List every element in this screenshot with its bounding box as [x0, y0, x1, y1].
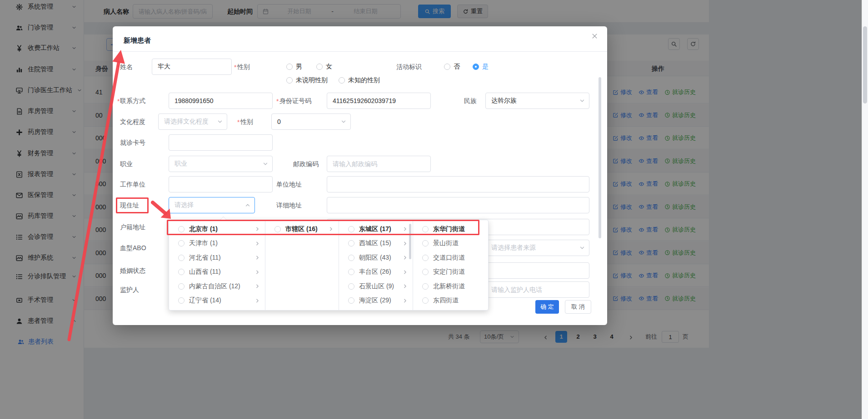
chevron-right-icon [328, 226, 334, 232]
radio-icon[interactable] [422, 297, 429, 304]
cascader-option[interactable]: 东四街道 [413, 294, 489, 308]
ethnic-select[interactable]: 达斡尔族 [485, 93, 589, 109]
scrollbar-thumb[interactable] [863, 26, 867, 104]
radio-icon[interactable] [348, 269, 354, 275]
gender2-select[interactable]: 0 [271, 113, 351, 130]
card-no-label: 就诊卡号 [120, 134, 145, 151]
required-mark: * [276, 93, 279, 109]
confirm-button[interactable]: 确 定 [535, 300, 559, 314]
radio-icon[interactable] [422, 240, 429, 246]
marital-label: 婚姻状态 [120, 262, 145, 279]
company-address-label: 单位地址 [276, 176, 302, 192]
occupation-select[interactable]: 职业 [169, 156, 273, 172]
cascader-option[interactable]: 景山街道 [413, 237, 489, 251]
cascader-option[interactable]: 西城区 (15) [339, 237, 413, 251]
radio-icon[interactable] [422, 269, 429, 275]
idcard-input[interactable] [327, 93, 431, 109]
detail-address-label: 详细地址 [276, 197, 302, 213]
cascader-option[interactable]: 交道口街道 [413, 251, 489, 265]
contact-label: 联系方式 [120, 93, 145, 109]
contact-input[interactable] [169, 93, 273, 109]
cascader-option[interactable]: 东华门街道 [413, 222, 489, 237]
detail-address-input[interactable] [327, 197, 589, 213]
radio-icon[interactable] [178, 240, 185, 246]
cascader-column-3: 东华门街道景山街道交道口街道安定门街道北新桥街道东四街道 [413, 220, 489, 310]
company-input[interactable] [169, 176, 273, 192]
patient-source-select[interactable]: 请选择患者来源 [485, 240, 589, 256]
radio-icon[interactable] [422, 283, 429, 290]
radio-icon[interactable] [348, 297, 354, 304]
chevron-down-icon [340, 118, 347, 125]
radio-icon[interactable] [178, 226, 185, 232]
occupation-label: 职业 [120, 156, 133, 172]
cascader-option[interactable]: 安定门街道 [413, 265, 489, 280]
gender-radio-unstated[interactable]: 未说明性别 [286, 76, 328, 85]
modal-scrollbar-thumb[interactable] [599, 77, 601, 238]
cancel-button[interactable]: 取 消 [565, 300, 591, 314]
chevron-right-icon [402, 255, 408, 261]
radio-icon[interactable] [422, 226, 429, 232]
cascader-option[interactable]: 北京市 (1) [169, 222, 265, 237]
postcode-input[interactable] [327, 156, 431, 172]
idcard-label: 身份证号码 [279, 93, 311, 109]
current-address-cascader[interactable]: 请选择 [169, 197, 255, 213]
required-mark: * [117, 59, 120, 75]
required-mark: * [234, 59, 236, 75]
cascader-option[interactable]: 东城区 (17) [339, 222, 413, 237]
active-radio-no[interactable]: 否 [444, 62, 460, 71]
guardian-phone-input[interactable] [485, 281, 589, 298]
chevron-right-icon [402, 283, 408, 289]
education-select[interactable]: 请选择文化程度 [158, 113, 227, 130]
chevron-down-icon [579, 245, 585, 251]
chevron-right-icon [402, 298, 408, 304]
radio-icon[interactable] [348, 255, 354, 261]
cascader-option[interactable]: 河北省 (11) [169, 251, 265, 265]
cascader-option[interactable]: 市辖区 (16) [265, 222, 339, 237]
cascader-option[interactable]: 山西省 (11) [169, 265, 265, 280]
cascader-option[interactable]: 海淀区 (29) [339, 294, 413, 308]
radio-icon[interactable] [422, 255, 429, 261]
required-mark: * [237, 113, 239, 130]
chevron-down-icon [262, 161, 269, 167]
chevron-right-icon [402, 226, 408, 232]
radio-icon[interactable] [348, 283, 354, 290]
close-icon[interactable] [591, 33, 598, 39]
cascader-option[interactable]: 天津市 (1) [169, 237, 265, 251]
window-scrollbar[interactable] [862, 0, 868, 419]
ethnic-label: 民族 [464, 93, 477, 109]
radio-icon[interactable] [348, 226, 354, 232]
radio-icon[interactable] [178, 283, 185, 290]
radio-icon[interactable] [178, 297, 185, 304]
chevron-right-icon [254, 255, 260, 261]
card-no-input[interactable] [169, 134, 273, 151]
postcode-label: 邮政编码 [293, 156, 319, 172]
dialog-title: 新增患者 [124, 36, 151, 45]
divider [113, 51, 607, 52]
chevron-right-icon [254, 298, 260, 304]
gender-radio-male[interactable]: 男 [286, 62, 302, 71]
cascader-option[interactable]: 辽宁省 (14) [169, 294, 265, 308]
cascader-option[interactable]: 北新桥街道 [413, 279, 489, 294]
guardian-label: 监护人 [120, 281, 139, 298]
active-radio-yes[interactable]: 是 [473, 62, 489, 71]
cascader-option[interactable]: 朝阳区 (43) [339, 251, 413, 265]
cascader-scrollbar-thumb[interactable] [409, 224, 411, 259]
radio-icon[interactable] [178, 269, 185, 275]
gender-radio-unknown[interactable]: 未知的性别 [339, 76, 380, 85]
company-address-input[interactable] [327, 176, 589, 192]
name-input[interactable] [152, 59, 232, 75]
radio-icon[interactable] [274, 226, 281, 232]
cascader-option[interactable]: 石景山区 (9) [339, 279, 413, 294]
chevron-up-icon [244, 202, 251, 208]
radio-icon[interactable] [178, 255, 185, 261]
cascader-column-2: 东城区 (17)西城区 (15)朝阳区 (43)丰台区 (26)石景山区 (9)… [339, 220, 413, 310]
name-label: 姓名 [120, 59, 133, 75]
cascader-option[interactable]: 丰台区 (26) [339, 265, 413, 280]
required-mark: * [117, 93, 120, 109]
chevron-right-icon [254, 283, 260, 289]
current-address-label: 现住址 [120, 197, 139, 213]
cascader-option[interactable]: 内蒙古自治区 (12) [169, 279, 265, 294]
radio-icon[interactable] [348, 240, 354, 246]
gender-radio-female[interactable]: 女 [316, 62, 332, 71]
chevron-down-icon [579, 98, 585, 104]
